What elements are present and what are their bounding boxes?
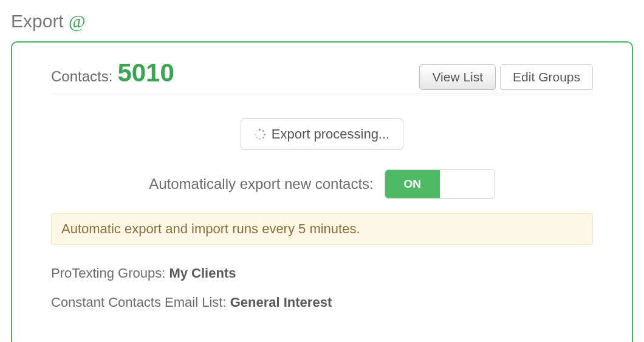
constant-contacts-value: General Interest (230, 295, 332, 310)
protexting-groups-label: ProTexting Groups: (51, 265, 165, 281)
contacts-info: Contacts: 5010 (51, 58, 174, 87)
toggle-on-label: ON (385, 170, 440, 198)
contacts-actions: View List Edit Groups (419, 64, 593, 90)
page-title-text: Export (11, 11, 64, 31)
edit-groups-button[interactable]: Edit Groups (500, 64, 593, 90)
at-icon: @ (69, 11, 86, 31)
constant-contacts-label: Constant Contacts Email List: (51, 295, 227, 310)
export-status: Export processing... (241, 118, 403, 150)
protexting-groups-value: My Clients (169, 265, 236, 281)
page-title: Export @ (11, 11, 633, 32)
export-panel: Contacts: 5010 View List Edit Groups Exp… (11, 41, 633, 342)
auto-export-label: Automatically export new contacts: (149, 176, 374, 193)
export-status-row: Export processing... (51, 118, 593, 150)
auto-export-row: Automatically export new contacts: ON (51, 169, 593, 199)
alert-text: Automatic export and import runs every 5… (61, 221, 360, 236)
contacts-label: Contacts: (51, 68, 112, 85)
export-status-text: Export processing... (272, 126, 389, 142)
toggle-off-handle (440, 170, 495, 198)
constant-contacts-row: Constant Contacts Email List: General In… (51, 295, 593, 310)
auto-export-alert: Automatic export and import runs every 5… (51, 213, 593, 245)
contacts-count: 5010 (117, 58, 174, 87)
auto-export-toggle[interactable]: ON (385, 169, 495, 199)
protexting-groups-row: ProTexting Groups: My Clients (51, 265, 593, 281)
contacts-row: Contacts: 5010 View List Edit Groups (51, 58, 593, 94)
view-list-button[interactable]: View List (419, 64, 496, 90)
spinner-icon (255, 129, 265, 140)
